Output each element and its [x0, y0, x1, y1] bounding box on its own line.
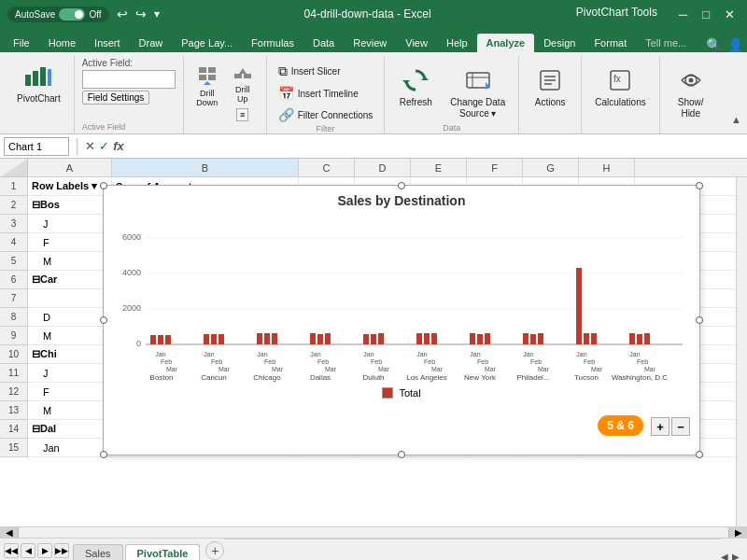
col-header-f[interactable]: F — [467, 159, 523, 176]
row-header-10[interactable]: 10 — [0, 345, 28, 364]
autosave-box[interactable]: AutoSave Off — [7, 7, 109, 22]
chart-minus-btn[interactable]: − — [671, 417, 690, 436]
cell-a12[interactable]: F — [28, 383, 112, 400]
insert-slicer-btn[interactable]: ⧉ Insert Slicer — [275, 62, 377, 81]
sheet-nav-last[interactable]: ▶▶ — [54, 543, 69, 558]
tab-view[interactable]: View — [396, 34, 437, 52]
autosave-toggle[interactable] — [59, 8, 85, 21]
tab-format[interactable]: Format — [585, 34, 636, 52]
vertical-scrollbar[interactable] — [736, 177, 747, 526]
drill-up-btn[interactable]: DrillUp — [227, 65, 259, 106]
active-field-input[interactable] — [82, 70, 176, 89]
confirm-formula-btn[interactable]: ✓ — [99, 139, 109, 153]
refresh-btn[interactable]: Refresh — [392, 62, 439, 112]
cell-a6[interactable]: ⊟Car — [28, 271, 112, 288]
actions-btn[interactable]: Actions — [527, 62, 573, 112]
expand-field-btn[interactable]: ≡ — [236, 108, 248, 121]
cell-a8[interactable]: D — [28, 308, 112, 326]
add-sheet-btn[interactable]: + — [205, 541, 224, 560]
maximize-btn[interactable]: □ — [698, 6, 714, 23]
tab-help[interactable]: Help — [437, 34, 477, 52]
sheet-nav-prev[interactable]: ◀ — [21, 543, 35, 558]
chart-handle-tr[interactable] — [696, 182, 703, 189]
tab-design[interactable]: Design — [534, 34, 585, 52]
col-header-a[interactable]: A — [28, 159, 112, 176]
row-header-8[interactable]: 8 — [0, 308, 28, 327]
tab-analyze[interactable]: Analyze — [477, 34, 535, 52]
row-header-9[interactable]: 9 — [0, 327, 28, 345]
cell-a11[interactable]: J — [28, 364, 112, 382]
collapse-ribbon-btn[interactable]: ▲ — [731, 114, 741, 125]
insert-timeline-btn[interactable]: 📅 Insert Timeline — [275, 84, 377, 103]
chart-handle-tl[interactable] — [100, 182, 107, 189]
sheet-tab-pivottable[interactable]: PivotTable — [125, 544, 201, 560]
chart-handle-br[interactable] — [696, 451, 703, 458]
formula-input[interactable] — [128, 139, 743, 154]
tab-home[interactable]: Home — [39, 34, 85, 52]
tab-pagelayout[interactable]: Page Lay... — [172, 34, 242, 52]
chart-handle-b[interactable] — [398, 451, 405, 458]
row-header-7[interactable]: 7 — [0, 289, 28, 308]
name-box[interactable] — [4, 137, 69, 156]
sheet-scroll-right[interactable]: ▶ — [732, 552, 740, 560]
close-btn[interactable]: ✕ — [720, 6, 740, 23]
chart-plus-btn[interactable]: + — [651, 417, 669, 436]
tab-review[interactable]: Review — [344, 34, 396, 52]
tab-insert[interactable]: Insert — [85, 34, 130, 52]
tab-tellme[interactable]: Tell me... — [636, 34, 696, 52]
scroll-right-btn[interactable]: ▶ — [728, 527, 747, 538]
undo-icon[interactable]: ↩ — [117, 7, 128, 21]
row-header-5[interactable]: 5 — [0, 252, 28, 271]
tab-file[interactable]: File — [4, 34, 39, 52]
showhide-btn[interactable]: Show/Hide — [668, 62, 714, 123]
cell-a2[interactable]: ⊟Bos — [28, 196, 112, 214]
col-header-c[interactable]: C — [299, 159, 355, 176]
row-header-3[interactable]: 3 — [0, 215, 28, 233]
chart-container[interactable]: Sales by Destination 6000 4000 2000 0 — [103, 185, 700, 455]
filter-connections-btn[interactable]: 🔗 Filter Connections — [275, 105, 377, 124]
col-header-e[interactable]: E — [411, 159, 467, 176]
row-header-15[interactable]: 15 — [0, 439, 28, 457]
calculations-btn[interactable]: fx Calculations — [589, 62, 651, 112]
horizontal-scrollbar[interactable]: ◀ ▶ — [0, 526, 747, 538]
row-header-12[interactable]: 12 — [0, 383, 28, 401]
redo-icon[interactable]: ↪ — [135, 7, 147, 21]
row-header-14[interactable]: 14 — [0, 420, 28, 439]
share-icon[interactable]: 👤 — [727, 37, 743, 52]
col-header-g[interactable]: G — [523, 159, 579, 176]
sheet-scroll-left[interactable]: ◀ — [721, 552, 728, 560]
chart-handle-t[interactable] — [398, 182, 405, 189]
col-header-d[interactable]: D — [355, 159, 411, 176]
row-header-13[interactable]: 13 — [0, 401, 28, 420]
field-settings-btn[interactable]: Field Settings — [82, 91, 150, 105]
cell-a14[interactable]: ⊟Dal — [28, 420, 112, 438]
cell-a10[interactable]: ⊟Chi — [28, 345, 112, 363]
cell-a13[interactable]: M — [28, 401, 112, 419]
cancel-formula-btn[interactable]: ✕ — [85, 139, 95, 153]
cell-a4[interactable]: F — [28, 233, 112, 251]
change-datasource-btn[interactable]: Change DataSource ▾ — [444, 62, 511, 123]
row-header-6[interactable]: 6 — [0, 271, 28, 289]
cell-a9[interactable]: M — [28, 327, 112, 344]
row-header-4[interactable]: 4 — [0, 233, 28, 252]
tab-formulas[interactable]: Formulas — [242, 34, 303, 52]
sheet-nav-first[interactable]: ◀◀ — [4, 543, 19, 558]
chart-handle-r[interactable] — [696, 316, 703, 324]
sheet-tab-sales[interactable]: Sales — [73, 544, 123, 560]
cell-a3[interactable]: J — [28, 215, 112, 232]
chart-handle-bl[interactable] — [100, 451, 107, 458]
drill-down-btn[interactable]: DrillDown — [191, 62, 223, 110]
row-header-11[interactable]: 11 — [0, 364, 28, 383]
scroll-left-btn[interactable]: ◀ — [0, 527, 19, 538]
row-header-2[interactable]: 2 — [0, 196, 28, 215]
chart-handle-l[interactable] — [100, 316, 107, 324]
col-header-h[interactable]: H — [579, 159, 635, 176]
row-header-1[interactable]: 1 — [0, 177, 28, 196]
tab-draw[interactable]: Draw — [130, 34, 173, 52]
cell-a5[interactable]: M — [28, 252, 112, 270]
minimize-btn[interactable]: ─ — [674, 6, 692, 23]
sheet-nav-next[interactable]: ▶ — [37, 543, 52, 558]
col-header-b[interactable]: B — [112, 159, 299, 176]
tab-data[interactable]: Data — [303, 34, 344, 52]
function-btn[interactable]: fx — [113, 139, 124, 153]
